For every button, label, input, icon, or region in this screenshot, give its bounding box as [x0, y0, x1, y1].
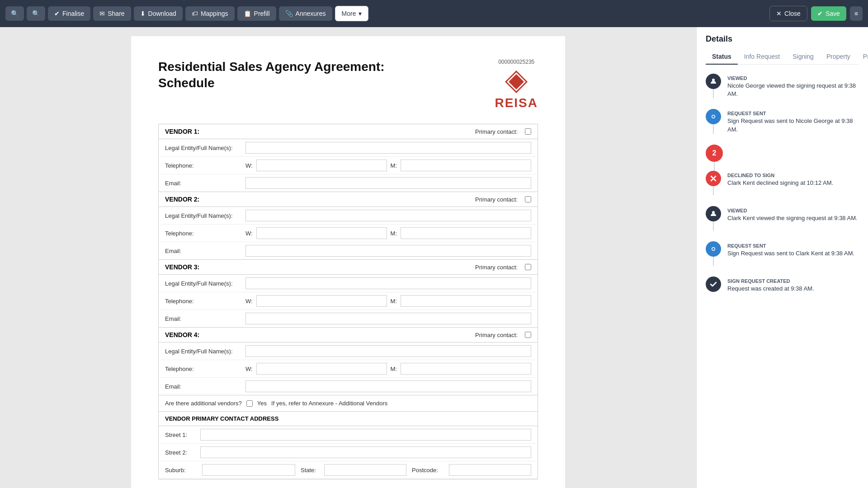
search-button-1[interactable]: 🔍: [5, 6, 24, 21]
postcode-input[interactable]: [449, 464, 531, 476]
tab-property[interactable]: Property: [820, 49, 857, 65]
vendor-4-primary-label: Primary contact:: [475, 332, 518, 338]
vendor-4-legal-input[interactable]: [245, 345, 531, 357]
search-button-2[interactable]: 🔍: [27, 6, 45, 21]
vendor-2-phone-label: Telephone:: [165, 230, 242, 237]
share-button[interactable]: ✉ Share: [93, 6, 131, 21]
vendor-2-legal-input[interactable]: [245, 210, 531, 221]
vendor-3-legal-row: Legal Entity/Full Name(s):: [159, 275, 538, 292]
vendor-4-primary-checkbox[interactable]: [525, 332, 531, 338]
vendor-3-title: VENDOR 3:: [165, 263, 468, 271]
street1-row: Street 1:: [159, 426, 538, 444]
vendor-4-w-input[interactable]: [256, 363, 387, 375]
street1-label: Street 1:: [165, 432, 197, 438]
tab-status[interactable]: Status: [706, 49, 738, 65]
vendor-2-primary-label: Primary contact:: [475, 196, 518, 203]
street2-input[interactable]: [200, 446, 531, 458]
vendor-3-email-input[interactable]: [245, 313, 531, 324]
search-icon-1: 🔍: [11, 10, 19, 17]
event-title-2: REQUEST SENT: [727, 111, 859, 116]
toolbar-left: 🔍 🔍 ✔ Finalise ✉ Share ⬇ Download 🏷 Mapp…: [5, 6, 368, 21]
tab-signing[interactable]: Signing: [786, 49, 820, 65]
vendor-3-primary-checkbox[interactable]: [525, 264, 531, 270]
timeline-item-1: VIEWED Nicole George viewed the signing …: [706, 74, 859, 98]
menu-button[interactable]: ≡: [850, 6, 863, 21]
vendor-2-email-input[interactable]: [245, 245, 531, 257]
prefill-icon: 📋: [244, 10, 251, 17]
finalise-icon: ✔: [54, 10, 60, 17]
timeline-content-num: [729, 145, 859, 171]
vendor-3-phone-group: W: M:: [245, 295, 531, 307]
vendor-2-phone-group: W: M:: [245, 227, 531, 239]
vendor-3-m-input[interactable]: [401, 295, 531, 307]
state-label: State:: [301, 467, 319, 474]
svg-point-9: [712, 248, 715, 250]
viewed-icon-1: [706, 74, 721, 89]
main-layout: Residential Sales Agency Agreement: Sche…: [0, 27, 868, 488]
state-input[interactable]: [324, 464, 406, 476]
vendor-1-email-input[interactable]: [245, 177, 531, 189]
timeline-icon-col-created: [706, 277, 721, 293]
vendor-3-phone-row: Telephone: W: M:: [159, 292, 538, 310]
timeline-item-viewed-clark: VIEWED Clark Kent viewed the signing req…: [706, 206, 859, 230]
save-button[interactable]: ✔ Save: [811, 6, 846, 21]
vendor-2-header: VENDOR 2: Primary contact:: [159, 192, 538, 207]
vendor-4-section: VENDOR 4: Primary contact: Legal Entity/…: [158, 328, 538, 395]
vendor-2-title: VENDOR 2:: [165, 196, 468, 203]
timeline-icon-col-viewed-clark: [706, 206, 721, 230]
vendor-2-primary-checkbox[interactable]: [525, 196, 531, 202]
document-page: Residential Sales Agency Agreement: Sche…: [131, 36, 565, 488]
created-icon: [706, 277, 721, 292]
event-desc-declined: Clark Kent declined signing at 10:12 AM.: [727, 179, 859, 187]
street1-input[interactable]: [200, 429, 531, 441]
vendor-1-section: VENDOR 1: Primary contact: Legal Entity/…: [158, 124, 538, 192]
vendor-1-primary-checkbox[interactable]: [525, 128, 531, 135]
share-icon: ✉: [99, 10, 105, 17]
mappings-button[interactable]: 🏷 Mappings: [185, 6, 235, 21]
vendor-3-legal-input[interactable]: [245, 277, 531, 289]
vendor-4-phone-row: Telephone: W: M:: [159, 360, 538, 378]
additional-vendors-label: Are there additional vendors?: [165, 400, 242, 407]
additional-vendors-checkbox[interactable]: [246, 400, 253, 407]
vendor-1-m-input[interactable]: [401, 160, 531, 171]
vendor-2-email-row: Email:: [159, 242, 538, 259]
vendor-1-w-label: W:: [245, 162, 253, 169]
vendor-2-section: VENDOR 2: Primary contact: Legal Entity/…: [158, 192, 538, 260]
close-icon: ✕: [776, 10, 782, 17]
suburb-input[interactable]: [202, 464, 295, 476]
download-button[interactable]: ⬇ Download: [134, 6, 183, 21]
prefill-button[interactable]: 📋 Prefill: [237, 6, 276, 21]
svg-point-4: [712, 116, 715, 118]
event-title-declined: DECLINED TO SIGN: [727, 173, 859, 178]
vendor-4-email-input[interactable]: [245, 380, 531, 392]
details-header: Details Status Info Request Signing Prop…: [697, 27, 868, 65]
vendor-1-email-label: Email:: [165, 180, 242, 187]
vendor-1-legal-input[interactable]: [245, 142, 531, 154]
finalise-button[interactable]: ✔ Finalise: [48, 6, 90, 21]
reisa-diamond-icon: [505, 70, 528, 96]
vendor-2-legal-label: Legal Entity/Full Name(s):: [165, 212, 242, 219]
vendor-1-header: VENDOR 1: Primary contact:: [159, 124, 538, 139]
tab-prop2[interactable]: Prop...: [857, 49, 868, 65]
details-tabs: Status Info Request Signing Property Pro…: [706, 49, 859, 65]
vendor-1-w-input[interactable]: [256, 160, 387, 171]
timeline-line-num: [714, 162, 715, 171]
street2-label: Street 2:: [165, 449, 197, 456]
vendor-3-w-input[interactable]: [256, 295, 387, 307]
yes-label: Yes: [257, 400, 267, 407]
annexures-button[interactable]: 📎 Annexures: [279, 6, 332, 21]
tab-info-request[interactable]: Info Request: [738, 49, 786, 65]
request-sent-icon-1: [706, 109, 721, 124]
vendor-2-w-input[interactable]: [256, 227, 387, 239]
vendor-4-title: VENDOR 4:: [165, 331, 468, 338]
close-button[interactable]: ✕ Close: [769, 6, 807, 21]
timeline: VIEWED Nicole George viewed the signing …: [697, 65, 868, 488]
event-desc-2: Sign Request was sent to Nicole George a…: [727, 117, 859, 133]
download-icon: ⬇: [140, 10, 146, 17]
more-button[interactable]: More ▾: [335, 6, 369, 21]
vendor-4-m-input[interactable]: [401, 363, 531, 375]
document-id: 000000025235: [498, 59, 534, 65]
vendor-2-m-input[interactable]: [401, 227, 531, 239]
request-sent-icon-clark: [706, 241, 721, 257]
event-desc-viewed-clark: Clark Kent viewed the signing request at…: [727, 214, 859, 222]
